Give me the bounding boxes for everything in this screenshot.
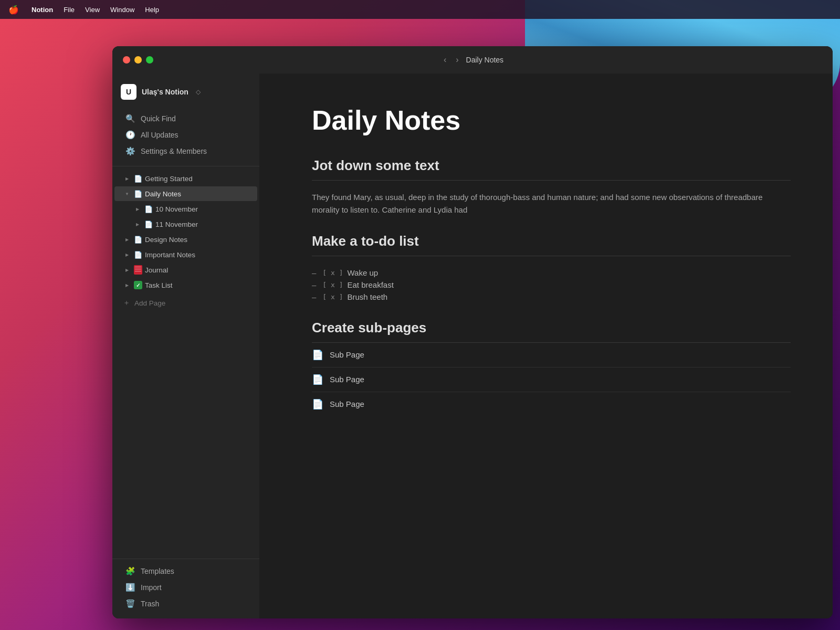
section-divider-todo — [312, 256, 791, 256]
collapse-arrow-10nov-icon: ▶ — [133, 205, 142, 213]
import-label: Import — [141, 583, 162, 592]
page-icon-important-notes: 📄 — [133, 250, 143, 259]
page-icon-getting-started: 📄 — [133, 174, 143, 183]
minimize-button[interactable] — [134, 56, 142, 64]
section-jot-text: Jot down some text They found Mary, as u… — [312, 158, 791, 216]
section-todo: Make a to-do list – [ x ] Wake up – [ x … — [312, 233, 791, 303]
sidebar-item-journal[interactable]: ▶ Journal — [114, 262, 257, 277]
fullscreen-button[interactable] — [146, 56, 153, 64]
settings-label: Settings & Members — [141, 147, 207, 155]
page-icon-daily-notes: 📄 — [133, 189, 143, 198]
page-icon-10november: 📄 — [144, 204, 153, 214]
10-november-label: 10 November — [155, 205, 253, 213]
section-heading-subpages: Create sub-pages — [312, 320, 791, 336]
workspace-name: Ulaş's Notion — [142, 88, 188, 96]
page-icon-11november: 📄 — [144, 219, 153, 229]
sidebar-item-important-notes[interactable]: ▶ 📄 Important Notes — [114, 247, 257, 262]
sidebar-item-templates[interactable]: 🧩 Templates — [117, 563, 255, 579]
menu-window[interactable]: Window — [110, 6, 134, 14]
section-heading-jot: Jot down some text — [312, 158, 791, 174]
templates-label: Templates — [141, 567, 174, 575]
workspace-chevron-icon: ◇ — [196, 88, 201, 96]
close-button[interactable] — [123, 56, 130, 64]
nav-items: ▶ 📄 Getting Started ▼ 📄 Daily Notes ▶ 📄 … — [112, 171, 259, 293]
todo-item-1[interactable]: – [ x ] Wake up — [312, 267, 791, 279]
tasklist-check-icon — [134, 281, 142, 289]
subpage-label-1: Sub Page — [330, 350, 364, 359]
sidebar-item-design-notes[interactable]: ▶ 📄 Design Notes — [114, 232, 257, 247]
sidebar-item-quick-find[interactable]: 🔍 Quick Find — [117, 111, 255, 127]
subpage-icon-1: 📄 — [312, 349, 323, 361]
sidebar-item-task-list[interactable]: ▶ Task List — [114, 278, 257, 292]
trash-label: Trash — [141, 600, 159, 608]
sidebar-menu: 🔍 Quick Find 🕐 All Updates ⚙️ Settings &… — [112, 108, 259, 162]
subpage-label-2: Sub Page — [330, 375, 364, 384]
back-button[interactable]: ‹ — [442, 54, 448, 66]
todo-checkbox-1[interactable]: [ x ] — [322, 269, 343, 277]
page-icon-task-list — [133, 280, 143, 290]
menu-file[interactable]: File — [64, 6, 75, 14]
todo-item-2[interactable]: – [ x ] Eat breakfast — [312, 279, 791, 291]
subpage-item-2[interactable]: 📄 Sub Page — [312, 367, 791, 392]
sidebar-item-11-november[interactable]: ▶ 📄 11 November — [114, 217, 257, 232]
title-bar: ‹ › Daily Notes — [112, 46, 833, 74]
workspace-header[interactable]: U Ulaş's Notion ◇ — [112, 80, 259, 108]
add-page-button[interactable]: ＋ Add Page — [114, 295, 257, 311]
subpage-icon-3: 📄 — [312, 398, 323, 410]
sidebar-item-all-updates[interactable]: 🕐 All Updates — [117, 127, 255, 143]
menu-bar: 🍎 Notion File View Window Help — [0, 0, 840, 19]
page-icon-journal — [133, 265, 143, 275]
collapse-arrow-11nov-icon: ▶ — [133, 220, 142, 228]
menu-view[interactable]: View — [85, 6, 100, 14]
forward-button[interactable]: › — [454, 54, 460, 66]
trash-icon: 🗑️ — [125, 599, 135, 608]
task-list-label: Task List — [145, 281, 253, 289]
section-divider-jot — [312, 180, 791, 181]
daily-notes-label: Daily Notes — [145, 190, 253, 198]
menu-notion[interactable]: Notion — [32, 6, 53, 14]
collapse-arrow-design-icon: ▶ — [123, 235, 131, 244]
expand-arrow-icon: ▼ — [123, 190, 131, 198]
collapse-arrow-icon: ▶ — [123, 174, 131, 183]
todo-checkbox-3[interactable]: [ x ] — [322, 293, 343, 301]
collapse-arrow-journal-icon: ▶ — [123, 266, 131, 274]
important-notes-label: Important Notes — [145, 251, 253, 259]
menu-help[interactable]: Help — [145, 6, 159, 14]
journal-book-icon — [134, 265, 142, 275]
sidebar-divider-1 — [112, 166, 259, 166]
main-content: Daily Notes Jot down some text They foun… — [259, 74, 833, 618]
design-notes-label: Design Notes — [145, 236, 253, 244]
subpage-list: 📄 Sub Page 📄 Sub Page 📄 Sub Page — [312, 342, 791, 416]
todo-label-2: Eat breakfast — [347, 280, 393, 289]
subpage-label-3: Sub Page — [330, 400, 364, 408]
sidebar-item-import[interactable]: ⬇️ Import — [117, 580, 255, 595]
sidebar-item-trash[interactable]: 🗑️ Trash — [117, 596, 255, 612]
11-november-label: 11 November — [155, 220, 253, 228]
section-subpages: Create sub-pages 📄 Sub Page 📄 Sub Page 📄… — [312, 320, 791, 416]
clock-icon: 🕐 — [125, 130, 135, 140]
subpage-item-1[interactable]: 📄 Sub Page — [312, 342, 791, 367]
app-window: ‹ › Daily Notes U Ulaş's Notion ◇ 🔍 Quic… — [112, 46, 833, 618]
todo-checkbox-2[interactable]: [ x ] — [322, 281, 343, 289]
page-title: Daily Notes — [312, 105, 791, 136]
todo-list: – [ x ] Wake up – [ x ] Eat breakfast – … — [312, 267, 791, 303]
sidebar-item-daily-notes[interactable]: ▼ 📄 Daily Notes — [114, 186, 257, 201]
apple-menu[interactable]: 🍎 — [8, 5, 19, 15]
section-body-jot: They found Mary, as usual, deep in the s… — [312, 191, 791, 216]
workspace-icon: U — [121, 84, 136, 100]
sidebar-item-10-november[interactable]: ▶ 📄 10 November — [114, 202, 257, 216]
todo-item-3[interactable]: – [ x ] Brush teeth — [312, 291, 791, 303]
gear-icon: ⚙️ — [125, 146, 135, 156]
getting-started-label: Getting Started — [145, 175, 253, 183]
sidebar-item-getting-started[interactable]: ▶ 📄 Getting Started — [114, 171, 257, 186]
collapse-arrow-important-icon: ▶ — [123, 250, 131, 259]
journal-label: Journal — [145, 266, 253, 274]
subpage-item-3[interactable]: 📄 Sub Page — [312, 392, 791, 416]
all-updates-label: All Updates — [141, 131, 178, 139]
search-icon: 🔍 — [125, 114, 135, 123]
todo-label-1: Wake up — [347, 268, 378, 277]
sidebar-item-settings[interactable]: ⚙️ Settings & Members — [117, 143, 255, 159]
subpage-icon-2: 📄 — [312, 374, 323, 385]
window-title: Daily Notes — [466, 56, 504, 64]
sidebar: U Ulaş's Notion ◇ 🔍 Quick Find 🕐 All Upd… — [112, 74, 259, 618]
